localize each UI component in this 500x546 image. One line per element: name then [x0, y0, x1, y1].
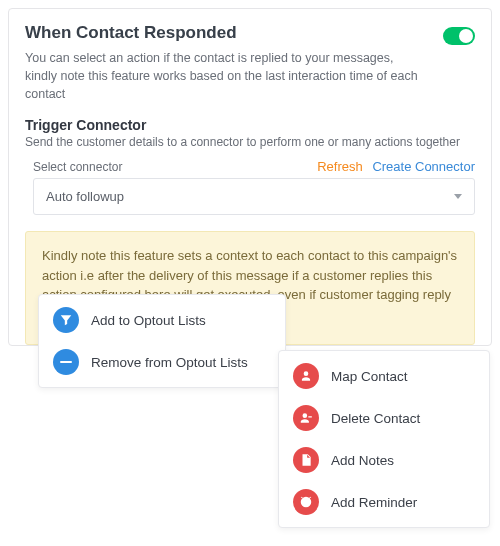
- connector-select-row: Select connector Refresh Create Connecto…: [25, 159, 475, 174]
- connector-select[interactable]: Auto followup: [33, 178, 475, 215]
- connector-title: Trigger Connector: [25, 117, 475, 133]
- add-notes-item[interactable]: Add Notes: [279, 439, 489, 481]
- map-contact-item[interactable]: Map Contact: [279, 355, 489, 397]
- menu-item-label: Add Notes: [331, 453, 394, 468]
- menu-item-label: Add Reminder: [331, 495, 417, 510]
- enable-toggle[interactable]: [443, 27, 475, 45]
- add-reminder-item[interactable]: Add Reminder: [279, 481, 489, 523]
- menu-item-label: Map Contact: [331, 369, 408, 384]
- refresh-link[interactable]: Refresh: [317, 159, 363, 174]
- connector-links: Refresh Create Connector: [317, 159, 475, 174]
- minus-circle-icon: [53, 349, 79, 375]
- card-title: When Contact Responded: [25, 23, 475, 43]
- remove-from-optout-item[interactable]: Remove from Optout Lists: [39, 341, 285, 383]
- connector-select-label: Select connector: [33, 160, 122, 174]
- connector-selected-value: Auto followup: [46, 189, 124, 204]
- contact-actions-menu: Map Contact Delete Contact Add Notes Add…: [278, 350, 490, 528]
- chevron-down-icon: [454, 194, 462, 199]
- menu-item-label: Remove from Optout Lists: [91, 355, 248, 370]
- user-icon: [293, 363, 319, 389]
- funnel-icon: [53, 307, 79, 333]
- user-minus-icon: [293, 405, 319, 431]
- create-connector-link[interactable]: Create Connector: [372, 159, 475, 174]
- document-icon: [293, 447, 319, 473]
- clock-icon: [293, 489, 319, 515]
- add-to-optout-item[interactable]: Add to Optout Lists: [39, 299, 285, 341]
- menu-item-label: Add to Optout Lists: [91, 313, 206, 328]
- menu-item-label: Delete Contact: [331, 411, 420, 426]
- optout-actions-menu: Add to Optout Lists Remove from Optout L…: [38, 294, 286, 388]
- card-description: You can select an action if the contact …: [25, 49, 425, 103]
- delete-contact-item[interactable]: Delete Contact: [279, 397, 489, 439]
- connector-desc: Send the customer details to a connector…: [25, 135, 475, 149]
